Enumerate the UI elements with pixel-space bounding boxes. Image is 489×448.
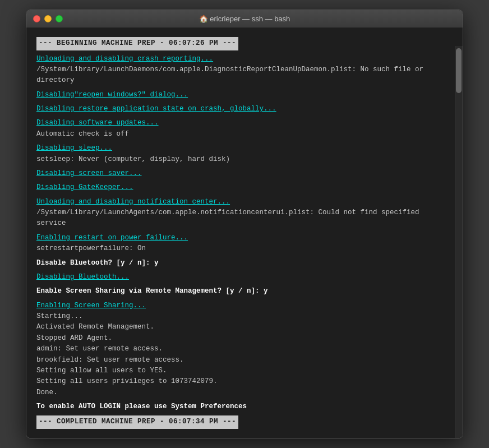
restart-failure-section: Enabling restart on power failure... set… xyxy=(36,233,447,255)
brookfield-output: brookfield: Set user remote access. xyxy=(36,355,447,366)
sleep-section: Disabling sleep... setsleep: Never (comp… xyxy=(36,143,447,165)
terminal-window: 🏠 ericrieper — ssh — bash --- BEGINNING … xyxy=(26,10,463,438)
software-updates-output: Automatic check is off xyxy=(36,129,447,140)
notification-center-section: Unloading and disabling notification cen… xyxy=(36,197,447,229)
banner-end: --- COMPLETED MACHINE PREP - 06:07:34 PM… xyxy=(36,415,238,428)
activated-output: Activated Remote Management. xyxy=(36,322,447,332)
traffic-lights xyxy=(33,15,63,22)
screen-sharing-prompt: Enable Screen Sharing via Remote Managem… xyxy=(36,286,447,297)
close-button[interactable] xyxy=(33,15,40,22)
banner-start-section: --- BEGINNING MACHINE PREP - 06:07:26 PM… xyxy=(36,37,447,50)
stopped-ard-output: Stopped ARD Agent. xyxy=(36,333,447,344)
notification-center-link: Unloading and disabling notification cen… xyxy=(36,197,447,207)
auto-login-section: To enable AUTO LOGIN please use System P… xyxy=(36,401,447,412)
admin-output: admin: Set user remote access. xyxy=(36,344,447,354)
scrollbar-track[interactable] xyxy=(455,46,463,438)
window-title: 🏠 ericrieper — ssh — bash xyxy=(199,15,290,23)
software-updates-link: Disabling software updates... xyxy=(36,118,447,128)
reopen-windows-section: Disabling"reopen windows?" dialog... xyxy=(36,90,447,100)
screen-sharing-prompt-section: Enable Screen Sharing via Remote Managem… xyxy=(36,286,447,297)
setting-privileges-output: Setting all users privileges to 10737420… xyxy=(36,376,447,387)
terminal-body[interactable]: --- BEGINNING MACHINE PREP - 06:07:26 PM… xyxy=(26,28,463,438)
titlebar: 🏠 ericrieper — ssh — bash xyxy=(26,10,463,28)
software-updates-section: Disabling software updates... Automatic … xyxy=(36,118,447,140)
reopen-windows-link: Disabling"reopen windows?" dialog... xyxy=(36,90,447,100)
banner-end-section: --- COMPLETED MACHINE PREP - 06:07:34 PM… xyxy=(36,415,447,428)
crash-reporting-link: Unloading and disabling crash reporting.… xyxy=(36,54,447,64)
gatekeeper-link: Disabling GateKeeper... xyxy=(36,182,447,193)
scrollbar-thumb[interactable] xyxy=(456,48,462,93)
setting-allow-output: Setting allow all users to YES. xyxy=(36,366,447,376)
crash-reporting-section: Unloading and disabling crash reporting.… xyxy=(36,54,447,86)
sleep-link: Disabling sleep... xyxy=(36,143,447,154)
enabling-screen-sharing-section: Enabling Screen Sharing... Starting... A… xyxy=(36,301,447,398)
maximize-button[interactable] xyxy=(56,15,63,22)
notification-center-output: /System/Library/LaunchAgents/com.apple.n… xyxy=(36,207,447,229)
bluetooth-prompt: Disable Bluetooth? [y / n]: y xyxy=(36,258,447,269)
sleep-output: setsleep: Never (computer, display, hard… xyxy=(36,154,447,165)
disabling-bluetooth-section: Disabling Bluetooth... xyxy=(36,272,447,283)
starting-output: Starting... xyxy=(36,311,447,322)
minimize-button[interactable] xyxy=(44,15,52,22)
done-output: Done. xyxy=(36,387,447,398)
crash-reporting-output: /System/Library/LaunchDaemons/com.apple.… xyxy=(36,64,447,86)
gatekeeper-section: Disabling GateKeeper... xyxy=(36,182,447,193)
auto-login-message: To enable AUTO LOGIN please use System P… xyxy=(36,401,447,412)
title-icon: 🏠 xyxy=(199,15,208,23)
screensaver-section: Disabling screen saver... xyxy=(36,168,447,179)
restart-failure-output: setrestartpowerfailure: On xyxy=(36,243,447,254)
bluetooth-prompt-section: Disable Bluetooth? [y / n]: y xyxy=(36,258,447,269)
disabling-bluetooth-link: Disabling Bluetooth... xyxy=(36,272,447,283)
banner-start: --- BEGINNING MACHINE PREP - 06:07:26 PM… xyxy=(36,37,238,50)
restart-failure-link: Enabling restart on power failure... xyxy=(36,233,447,243)
enabling-screen-sharing-link: Enabling Screen Sharing... xyxy=(36,301,447,311)
screensaver-link: Disabling screen saver... xyxy=(36,168,447,179)
restore-app-link: Disabling restore application state on c… xyxy=(36,104,447,114)
restore-app-section: Disabling restore application state on c… xyxy=(36,104,447,114)
